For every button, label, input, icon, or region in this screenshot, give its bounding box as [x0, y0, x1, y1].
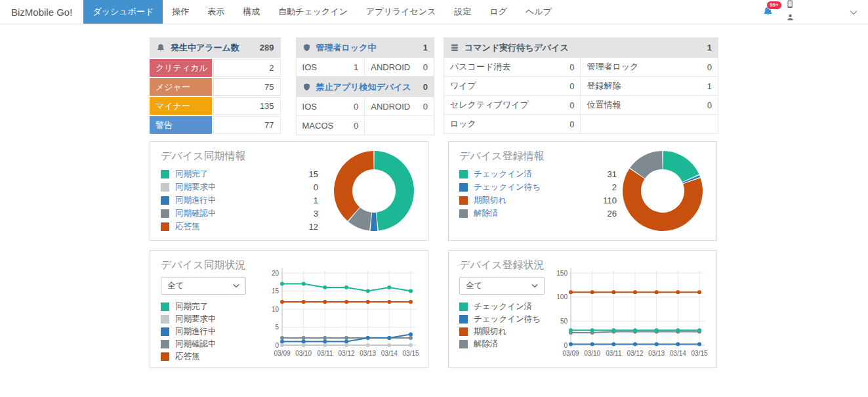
alarm-label-warning[interactable]: 警告 [150, 116, 212, 134]
legend-label: 同期完了 [175, 301, 208, 312]
shield-icon [302, 43, 311, 52]
legend-sync-requested: 同期要求中 0 [161, 180, 318, 194]
legend-label: チェックイン待ち [474, 314, 541, 325]
table-cell-selective-wipe: セレクティブワイプ0 [444, 96, 581, 115]
table-cell-ios: IOS0 [296, 97, 365, 116]
nav-tab-log[interactable]: ログ [480, 0, 516, 24]
legend-label[interactable]: チェックイン待ち [474, 182, 541, 193]
alarm-label-critical[interactable]: クリティカル [150, 59, 212, 77]
admin-lock-title[interactable]: 管理者ロック中 [316, 42, 377, 54]
svg-text:03/11: 03/11 [317, 350, 333, 357]
alarm-label-minor[interactable]: マイナー [150, 97, 212, 115]
legend-sync-confirming: 同期確認中 3 [161, 207, 318, 220]
nav-tab-display[interactable]: 表示 [198, 0, 234, 24]
legend-waiting-checkin: チェックイン待ち [459, 313, 551, 325]
admin-lock-table: IOS1 ANDROID0 [296, 58, 434, 77]
table-cell-admin-lock: 管理者ロック0 [581, 58, 718, 77]
device-sync-line-chart: 0510152003/0903/1003/1103/1203/1303/1403… [262, 264, 417, 362]
legend-swatch [161, 352, 169, 361]
legend-value: 0 [314, 182, 318, 192]
admin-lock-header: 管理者ロック中 1 [296, 37, 434, 58]
legend-value: 2 [612, 182, 617, 192]
active-alarms-header: 発生中アラーム数 289 [150, 37, 281, 58]
alarm-row-warning: 警告 77 [150, 116, 281, 134]
alarm-value-critical: 2 [213, 59, 281, 77]
device-registration-line-chart: 05010015003/0903/1003/1103/1203/1303/140… [551, 264, 706, 362]
legend-swatch [459, 327, 468, 336]
main-menu: ダッシュボード 操作 表示 構成 自動チェックイン アプリライセンス 設定 ログ… [83, 0, 561, 24]
device-sync-info-legend: デバイス同期情報 同期完了 15 同期要求中 0 同期進行中 1 [161, 150, 318, 232]
sync-status-filter-select[interactable]: 全て [161, 277, 246, 295]
device-registration-info-legend: デバイス登録情報 チェックイン済 31 チェックイン待ち 2 期限切れ 110 [459, 150, 617, 232]
user-icon [786, 12, 795, 24]
legend-expired: 期限切れ [459, 325, 551, 338]
legend-released: 解除済 26 [459, 207, 617, 220]
pending-commands-card: コマンド実行待ちデバイス 1 パスコード消去0 管理者ロック0 ワイプ0 登録解… [444, 37, 718, 134]
device-sync-info-panel: デバイス同期情報 同期完了 15 同期要求中 0 同期進行中 1 [150, 141, 428, 241]
navbar-right: 99+ [762, 0, 868, 24]
nav-expand-button[interactable] [850, 6, 858, 18]
legend-swatch [161, 209, 169, 218]
svg-text:0: 0 [275, 342, 279, 349]
nav-tab-operations[interactable]: 操作 [163, 0, 198, 24]
registration-status-filter-select[interactable]: 全て [459, 277, 545, 295]
active-alarms-title[interactable]: 発生中アラーム数 [171, 42, 239, 54]
legend-value: 31 [608, 169, 617, 179]
legend-label: 同期進行中 [175, 326, 217, 337]
legend-label[interactable]: 期限切れ [474, 195, 506, 206]
alarm-value-warning: 77 [213, 116, 281, 134]
legend-label[interactable]: 同期確認中 [175, 208, 217, 219]
svg-text:03/10: 03/10 [584, 350, 600, 357]
legend-no-response: 応答無 [161, 350, 254, 363]
device-registration-status-controls: デバイス登録状況 全て チェックイン済 チェックイン待ち [459, 259, 551, 360]
table-cell-ios: IOS1 [296, 58, 365, 77]
nav-tab-settings[interactable]: 設定 [445, 0, 480, 24]
nav-tab-help[interactable]: ヘルプ [516, 0, 561, 24]
legend-waiting-checkin: チェックイン待ち 2 [459, 180, 617, 194]
panel-title: デバイス同期情報 [161, 150, 318, 163]
svg-text:03/13: 03/13 [648, 350, 665, 357]
top-navbar: BizMobile Go! ダッシュボード 操作 表示 構成 自動チェックイン … [0, 0, 868, 24]
legend-value: 3 [314, 209, 318, 219]
legend-swatch [161, 170, 169, 178]
legend-label[interactable]: 応答無 [175, 221, 200, 232]
nav-tab-configuration[interactable]: 構成 [234, 0, 269, 24]
nav-tab-dashboard[interactable]: ダッシュボード [83, 0, 163, 24]
table-cell-passcode-clear: パスコード消去0 [444, 58, 581, 77]
svg-text:03/12: 03/12 [627, 350, 643, 357]
nav-tab-auto-checkin[interactable]: 自動チェックイン [269, 0, 357, 24]
device-user-menu[interactable] [785, 0, 795, 24]
legend-swatch [161, 315, 169, 324]
svg-text:03/12: 03/12 [338, 350, 354, 357]
legend-sync-complete: 同期完了 15 [161, 167, 318, 180]
alarm-row-minor: マイナー 135 [150, 97, 281, 115]
admin-lock-total: 1 [423, 43, 428, 52]
nav-tab-app-license[interactable]: アプリライセンス [357, 0, 445, 24]
alarm-label-major[interactable]: メジャー [150, 78, 212, 96]
legend-label[interactable]: チェックイン済 [474, 169, 532, 180]
legend-swatch [459, 170, 468, 178]
device-sync-status-controls: デバイス同期状況 全て 同期完了 同期要求中 同期進行中 [161, 259, 254, 360]
forbidden-apps-table: IOS0 ANDROID0 MACOS0 [296, 97, 434, 135]
pending-commands-header: コマンド実行待ちデバイス 1 [444, 37, 718, 58]
stat-cards-row: 発生中アラーム数 289 クリティカル 2 メジャー 75 マイナー 135 警… [150, 37, 718, 135]
notifications-button[interactable]: 99+ [762, 6, 774, 20]
app-logo[interactable]: BizMobile Go! [0, 0, 83, 24]
svg-text:150: 150 [556, 270, 568, 277]
alarm-value-minor: 135 [213, 97, 281, 115]
legend-value: 26 [608, 209, 617, 219]
legend-swatch [161, 303, 169, 311]
legend-label[interactable]: 同期要求中 [175, 182, 217, 193]
legend-label[interactable]: 同期進行中 [175, 195, 217, 206]
forbidden-apps-total: 0 [423, 82, 428, 92]
svg-text:0: 0 [564, 342, 568, 349]
legend-swatch [459, 196, 468, 205]
pending-commands-title[interactable]: コマンド実行待ちデバイス [465, 42, 569, 54]
notification-badge: 99+ [766, 1, 782, 10]
legend-swatch [161, 222, 169, 231]
svg-text:15: 15 [272, 287, 279, 295]
legend-label[interactable]: 同期完了 [175, 169, 208, 180]
forbidden-apps-title[interactable]: 禁止アプリ検知デバイス [316, 81, 411, 93]
legend-label[interactable]: 解除済 [474, 208, 499, 219]
pending-commands-total: 1 [707, 43, 712, 52]
